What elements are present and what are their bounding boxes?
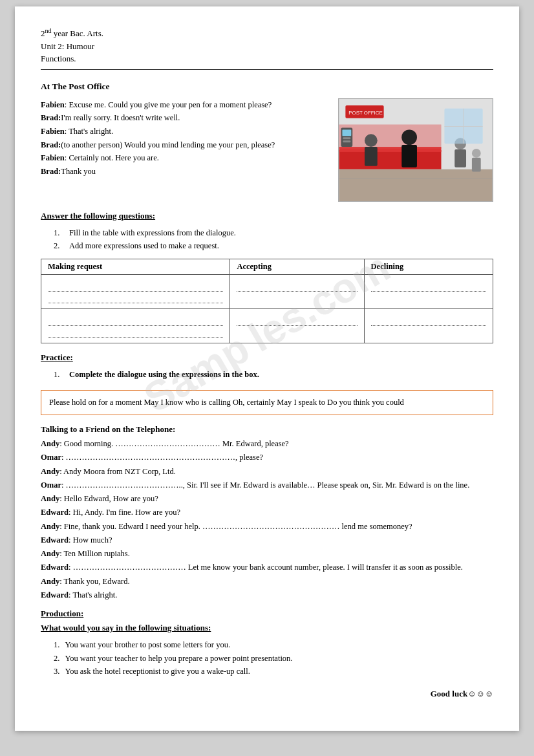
svg-rect-1 — [339, 169, 493, 200]
accepting-cell-2 — [230, 308, 364, 343]
svg-rect-22 — [343, 137, 350, 139]
declining-cell-1 — [364, 274, 493, 308]
tel-line-11: Andy: Thank you, Edward. — [41, 575, 493, 589]
situations-list: 1.You want your brother to post some let… — [41, 638, 493, 678]
svg-point-14 — [472, 149, 481, 158]
table-row — [41, 308, 493, 343]
dialogue-text: Fabien: Excuse me. Could you give me you… — [41, 98, 328, 202]
situation-1: 1.You want your brother to post some let… — [54, 638, 493, 652]
svg-rect-9 — [401, 145, 417, 167]
svg-point-10 — [365, 134, 378, 147]
tel-line-12: Edward: That's alright. — [41, 589, 493, 602]
question-1: 1.Fill in the table with expressions fro… — [54, 226, 493, 239]
telephone-title: Talking to a Friend on the Telephone: — [41, 424, 493, 435]
svg-point-8 — [401, 129, 417, 145]
svg-rect-21 — [342, 129, 351, 136]
col-declining: Declining — [364, 259, 493, 274]
header-line2: Unit 2: Humour — [41, 40, 493, 53]
making-request-cell-1 — [41, 274, 230, 308]
production-section: Production: What would you say in the fo… — [41, 609, 493, 699]
question-2: 2.Add more expressions used to make a re… — [54, 239, 493, 252]
svg-rect-15 — [472, 158, 481, 172]
svg-rect-3 — [339, 150, 442, 169]
making-request-cell-2 — [41, 308, 230, 343]
svg-rect-5 — [339, 124, 442, 149]
svg-rect-11 — [365, 147, 378, 166]
declining-cell-2 — [364, 308, 493, 343]
situation-3: 3.You ask the hotel receptionist to give… — [54, 665, 493, 678]
telephone-dialogue: Andy: Good morning. ………………………………… Mr. Ed… — [41, 437, 493, 602]
expressions-table: Making request Accepting Declining — [41, 259, 493, 343]
questions-list: 1.Fill in the table with expressions fro… — [41, 226, 493, 252]
accepting-cell-1 — [230, 274, 364, 308]
svg-text:POST OFFICE: POST OFFICE — [348, 110, 382, 116]
table-row — [41, 274, 493, 308]
tel-line-6: Edward: Hi, Andy. I'm fine. How are you? — [41, 506, 493, 519]
dialogue-line-2: Brad:I'm really sorry. It doesn't write … — [41, 111, 328, 125]
telephone-section: Talking to a Friend on the Telephone: An… — [41, 424, 493, 602]
worksheet-page: Samp les.com 2nd year Bac. Arts. Unit 2:… — [15, 6, 519, 731]
dialogue-line-4: Brad:(to another person) Would you mind … — [41, 138, 328, 152]
dialogue-line-3: Fabien: That's alright. — [41, 125, 328, 138]
questions-header: Answer the following questions: — [41, 211, 493, 221]
situations-header: What would you say in the following situ… — [41, 623, 493, 633]
tel-line-1: Andy: Good morning. ………………………………… Mr. Ed… — [41, 437, 493, 451]
situation-2: 2.You want your teacher to help you prep… — [54, 652, 493, 665]
practice-header: Practice: — [41, 352, 493, 363]
tel-line-4: Omar: …………………………………….., Sir. I'll see if… — [41, 479, 493, 492]
dialogue-line-5: Fabien: Certainly not. Here you are. — [41, 151, 328, 165]
header-line1: 2nd year Bac. Arts. — [41, 26, 493, 40]
svg-rect-23 — [343, 140, 350, 142]
tel-line-2: Omar: ………………………………………………………, please? — [41, 451, 493, 464]
tel-line-9: Andy: Ten Million rupiahs. — [41, 547, 493, 561]
tel-line-7: Andy: Fine, thank you. Edward I need you… — [41, 520, 493, 534]
col-making-request: Making request — [41, 259, 230, 274]
practice-list: 1. Complete the dialogue using the expre… — [41, 368, 493, 385]
expressions-box: Please hold on for a moment May I know w… — [41, 390, 493, 415]
dialogue-line-1: Fabien: Excuse me. Could you give me you… — [41, 98, 328, 112]
good-luck-text: Good luck☺☺☺ — [41, 689, 493, 699]
practice-question-1: 1. Complete the dialogue using the expre… — [54, 368, 493, 385]
dialogue-area: Fabien: Excuse me. Could you give me you… — [41, 98, 493, 202]
table-header-row: Making request Accepting Declining — [41, 259, 493, 274]
dialogue-title: At The Post Office — [41, 81, 493, 92]
tel-line-3: Andy: Andy Moora from NZT Corp, Ltd. — [41, 465, 493, 479]
post-office-image: POST OFFICE — [338, 98, 493, 202]
tel-line-5: Andy: Hello Edward, How are you? — [41, 492, 493, 506]
production-header: Production: — [41, 609, 493, 619]
dialogue-line-6: Brad:Thank you — [41, 165, 328, 178]
svg-rect-13 — [454, 149, 466, 167]
col-accepting: Accepting — [230, 259, 364, 274]
header-line3: Functions. — [41, 52, 493, 65]
header-section: 2nd year Bac. Arts. Unit 2: Humour Funct… — [41, 26, 493, 70]
tel-line-10: Edward: …………………………………… Let me know your … — [41, 561, 493, 574]
tel-line-8: Edward: How much? — [41, 534, 493, 547]
